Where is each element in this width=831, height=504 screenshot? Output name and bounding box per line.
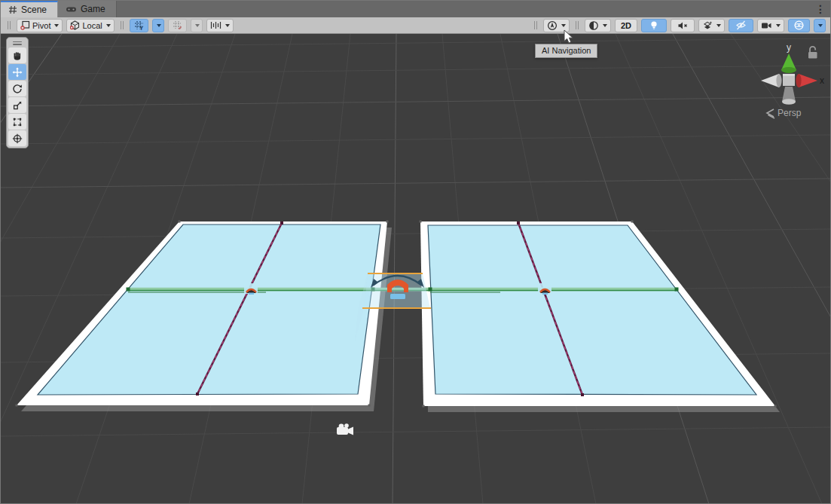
drag-handle-icon[interactable]	[8, 39, 26, 47]
tooltip: AI Navigation	[535, 44, 597, 58]
scale-tool-icon	[12, 100, 23, 111]
chevron-down-icon	[225, 24, 230, 27]
tab-scene-label: Scene	[21, 5, 47, 15]
unity-editor-window: Scene Game ⋮ Pivot	[0, 0, 831, 504]
neg-y-axis-cone[interactable]	[782, 87, 796, 105]
scene-canvas: y x	[1, 34, 830, 504]
view-orientation-gizmo: y x	[761, 42, 824, 118]
shading-mode-icon	[588, 20, 599, 31]
chevron-down-icon	[776, 24, 781, 27]
2d-label: 2D	[621, 21, 631, 30]
camera-overlay-icon	[761, 21, 772, 30]
scene-lighting-toggle[interactable]	[641, 19, 667, 32]
camera-gizmo-icon[interactable]	[337, 423, 353, 435]
tools-overlay	[6, 37, 29, 148]
chevron-down-icon	[603, 24, 607, 27]
orientation-button[interactable]: Local	[66, 19, 114, 32]
lighting-icon	[649, 20, 658, 30]
scale-tool-button[interactable]	[8, 97, 26, 113]
chevron-down-icon	[195, 24, 200, 27]
neg-x-axis-cone[interactable]	[761, 74, 782, 87]
effects-button[interactable]	[698, 19, 725, 32]
pivot-label: Pivot	[32, 21, 50, 30]
2d-toggle[interactable]: 2D	[615, 19, 637, 32]
effects-icon	[702, 20, 713, 31]
rect-tool-button[interactable]	[8, 114, 26, 130]
gizmos-dropdown[interactable]	[814, 19, 826, 32]
snap-increment-toggle[interactable]	[168, 19, 187, 32]
cursor-pointer	[563, 29, 575, 44]
right-platform[interactable]	[420, 221, 781, 413]
camera-overlay-button[interactable]	[757, 19, 784, 32]
drag-handle-icon[interactable]	[121, 21, 124, 29]
hand-tool-icon	[12, 50, 23, 61]
gizmos-toggle[interactable]	[788, 19, 810, 32]
move-tool-button[interactable]	[8, 64, 26, 80]
snap-increment-dropdown[interactable]	[191, 19, 203, 32]
x-axis-label: x	[820, 75, 824, 86]
grid-snapping-toggle[interactable]: Y	[130, 19, 148, 32]
svg-text:Y: Y	[139, 26, 143, 31]
tab-game[interactable]: Game	[58, 1, 117, 17]
navmesh-link-icon-small-right[interactable]	[538, 283, 551, 295]
scene-visibility-icon	[735, 20, 747, 30]
navmesh-link-icon-small-left[interactable]	[244, 283, 258, 295]
grid-snapping-dropdown[interactable]	[152, 19, 164, 32]
shading-mode-button[interactable]	[585, 19, 611, 32]
projection-toggle[interactable]: Persp	[767, 108, 802, 118]
unlock-icon[interactable]	[808, 47, 817, 59]
projection-label: Persp	[778, 108, 802, 118]
tooltip-text: AI Navigation	[542, 46, 591, 55]
drag-handle-icon[interactable]	[576, 21, 579, 29]
audio-mute-icon	[677, 21, 688, 30]
tab-game-label: Game	[81, 4, 105, 14]
gizmos-icon	[793, 20, 805, 31]
snap-settings-icon	[210, 20, 221, 30]
drag-handle-icon[interactable]	[8, 21, 11, 29]
rotate-tool-icon	[12, 84, 23, 94]
scene-tab-icon	[8, 5, 17, 14]
tab-bar: Scene Game ⋮	[1, 1, 830, 17]
chevron-down-icon	[54, 24, 59, 27]
view-tool-button[interactable]	[8, 47, 26, 63]
transform-tool-icon	[12, 133, 23, 144]
overflow-menu-icon[interactable]: ⋮	[815, 2, 826, 17]
scene-toolbar: Pivot Local Y	[1, 17, 830, 34]
y-axis-label: y	[787, 42, 791, 53]
snap-increment-icon	[173, 20, 182, 30]
x-axis-cone[interactable]	[796, 74, 817, 87]
transform-tool-button[interactable]	[8, 130, 26, 146]
rect-tool-icon	[12, 117, 23, 127]
tab-scene[interactable]: Scene	[1, 1, 58, 17]
rotate-tool-button[interactable]	[8, 81, 26, 96]
chevron-down-icon	[157, 24, 161, 27]
game-tab-icon	[66, 5, 77, 14]
drag-handle-icon[interactable]	[534, 21, 537, 29]
grid	[1, 34, 830, 504]
ai-navigation-icon	[547, 20, 558, 31]
toolbar-right-group: 2D	[532, 19, 826, 32]
local-icon	[70, 20, 80, 30]
scene-viewport[interactable]: y x	[1, 34, 830, 504]
chevron-down-icon	[716, 24, 721, 27]
y-axis-cone[interactable]	[781, 53, 796, 73]
chevron-down-icon	[818, 24, 823, 27]
pivot-button[interactable]: Pivot	[17, 19, 63, 32]
chevron-down-icon	[561, 24, 566, 27]
scene-visibility-toggle[interactable]	[729, 19, 753, 32]
snap-settings-button[interactable]	[206, 19, 234, 32]
move-tool-icon	[12, 67, 23, 78]
chevron-down-icon	[106, 24, 111, 27]
audio-toggle[interactable]	[671, 19, 695, 32]
grid-snap-icon: Y	[134, 20, 144, 30]
orientation-label: Local	[82, 21, 102, 30]
pivot-icon	[20, 20, 30, 30]
